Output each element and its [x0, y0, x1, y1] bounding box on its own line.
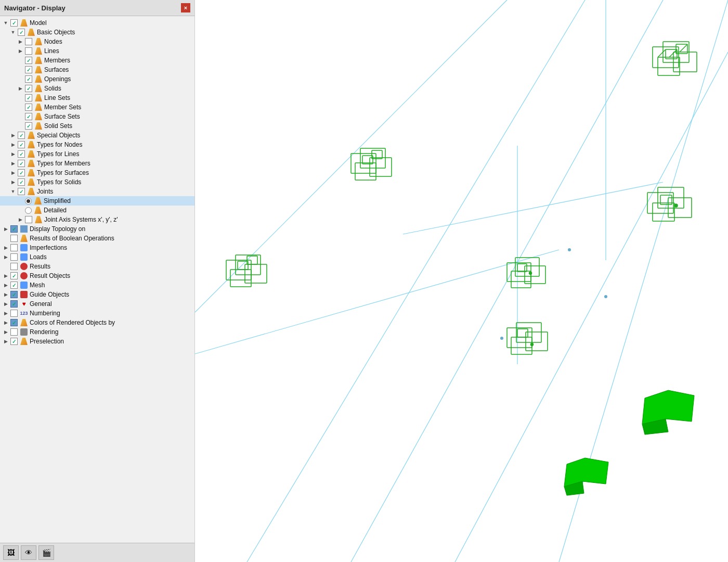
checkbox-rendering[interactable]: [10, 328, 18, 336]
tree-item-preselection[interactable]: Preselection: [0, 337, 194, 346]
tree-item-loads[interactable]: Loads: [0, 252, 194, 262]
checkbox-types-lines[interactable]: [18, 150, 25, 158]
chevron-rendering[interactable]: [2, 328, 9, 336]
tree-item-types-lines[interactable]: Types for Lines: [0, 149, 194, 159]
checkbox-general[interactable]: [10, 300, 18, 308]
tree-item-joints[interactable]: Joints: [0, 187, 194, 196]
tree-item-imperfections[interactable]: Imperfections: [0, 243, 194, 252]
radio-simplified[interactable]: [25, 198, 32, 205]
tree-item-lines[interactable]: Lines: [0, 46, 194, 56]
radio-detailed[interactable]: [25, 207, 32, 214]
tree-item-nodes[interactable]: Nodes: [0, 37, 194, 46]
tree-item-results[interactable]: Results: [0, 262, 194, 271]
checkbox-display-topology[interactable]: [10, 225, 18, 233]
tree-item-member-sets[interactable]: Member Sets: [0, 103, 194, 112]
footer-camera-button[interactable]: 🎬: [38, 545, 54, 560]
chevron-joints[interactable]: [9, 188, 17, 195]
chevron-model[interactable]: [2, 19, 9, 27]
checkbox-model[interactable]: [10, 19, 18, 27]
chevron-nodes[interactable]: [17, 38, 24, 45]
tree-item-rendering[interactable]: Rendering: [0, 327, 194, 337]
tree-item-types-nodes[interactable]: Types for Nodes: [0, 140, 194, 149]
checkbox-results-boolean[interactable]: [10, 235, 18, 242]
checkbox-surfaces[interactable]: [25, 66, 32, 73]
checkbox-special-objects[interactable]: [18, 132, 25, 139]
tree-item-colors-rendered[interactable]: Colors of Rendered Objects by: [0, 318, 194, 327]
checkbox-result-objects[interactable]: [10, 272, 18, 279]
tree-item-special-objects[interactable]: Special Objects: [0, 131, 194, 140]
tree-item-simplified[interactable]: Simplified: [0, 196, 194, 206]
chevron-loads[interactable]: [2, 253, 9, 261]
tree-item-result-objects[interactable]: Result Objects: [0, 271, 194, 280]
chevron-types-surfaces[interactable]: [9, 169, 17, 176]
tree-item-general[interactable]: ♥General: [0, 299, 194, 309]
checkbox-member-sets[interactable]: [25, 104, 32, 111]
icon-types-members: [27, 159, 35, 168]
tree-item-joint-axis[interactable]: Joint Axis Systems x', y', z': [0, 215, 194, 224]
tree-item-members[interactable]: Members: [0, 56, 194, 65]
chevron-joint-axis[interactable]: [17, 216, 24, 223]
tree-item-surface-sets[interactable]: Surface Sets: [0, 112, 194, 121]
tree-item-types-surfaces[interactable]: Types for Surfaces: [0, 168, 194, 177]
chevron-result-objects[interactable]: [2, 272, 9, 279]
chevron-imperfections[interactable]: [2, 244, 9, 251]
tree-item-guide-objects[interactable]: Guide Objects: [0, 290, 194, 299]
tree-item-display-topology[interactable]: Display Topology on: [0, 224, 194, 234]
checkbox-preselection[interactable]: [10, 338, 18, 345]
checkbox-numbering[interactable]: [10, 310, 18, 317]
footer-display-button[interactable]: 🖼: [3, 545, 19, 560]
checkbox-line-sets[interactable]: [25, 94, 32, 101]
checkbox-colors-rendered[interactable]: [10, 319, 18, 326]
checkbox-imperfections[interactable]: [10, 244, 18, 251]
tree-item-numbering[interactable]: 123Numbering: [0, 309, 194, 318]
checkbox-basic-objects[interactable]: [18, 29, 25, 36]
chevron-types-solids[interactable]: [9, 178, 17, 186]
checkbox-joints[interactable]: [18, 188, 25, 195]
checkbox-solid-sets[interactable]: [25, 122, 32, 130]
tree-item-types-solids[interactable]: Types for Solids: [0, 177, 194, 187]
nav-close-button[interactable]: ×: [181, 3, 190, 12]
tree-item-surfaces[interactable]: Surfaces: [0, 65, 194, 74]
chevron-preselection[interactable]: [2, 338, 9, 345]
tree-item-solid-sets[interactable]: Solid Sets: [0, 121, 194, 131]
checkbox-joint-axis[interactable]: [25, 216, 32, 223]
chevron-special-objects[interactable]: [9, 132, 17, 139]
checkbox-results[interactable]: [10, 263, 18, 270]
tree-item-line-sets[interactable]: Line Sets: [0, 93, 194, 103]
chevron-numbering[interactable]: [2, 310, 9, 317]
checkbox-openings[interactable]: [25, 75, 32, 83]
chevron-display-topology[interactable]: [2, 225, 9, 233]
chevron-types-lines[interactable]: [9, 150, 17, 158]
chevron-types-members[interactable]: [9, 160, 17, 167]
tree-item-basic-objects[interactable]: Basic Objects: [0, 28, 194, 37]
tree-item-solids[interactable]: Solids: [0, 84, 194, 93]
checkbox-nodes[interactable]: [25, 38, 32, 45]
tree-item-openings[interactable]: Openings: [0, 74, 194, 84]
checkbox-surface-sets[interactable]: [25, 113, 32, 120]
tree-item-detailed[interactable]: Detailed: [0, 206, 194, 215]
checkbox-types-solids[interactable]: [18, 178, 25, 186]
tree-item-results-boolean[interactable]: Results of Boolean Operations: [0, 234, 194, 243]
checkbox-mesh[interactable]: [10, 282, 18, 289]
checkbox-solids[interactable]: [25, 85, 32, 92]
chevron-guide-objects[interactable]: [2, 291, 9, 298]
checkbox-types-members[interactable]: [18, 160, 25, 167]
chevron-types-nodes[interactable]: [9, 141, 17, 148]
chevron-colors-rendered[interactable]: [2, 319, 9, 326]
tree-item-types-members[interactable]: Types for Members: [0, 159, 194, 168]
checkbox-members[interactable]: [25, 57, 32, 64]
chevron-mesh[interactable]: [2, 282, 9, 289]
tree-item-model[interactable]: Model: [0, 18, 194, 28]
chevron-lines[interactable]: [17, 47, 24, 55]
tree-item-mesh[interactable]: Mesh: [0, 280, 194, 290]
checkbox-types-surfaces[interactable]: [18, 169, 25, 176]
chevron-solids[interactable]: [17, 85, 24, 92]
viewport[interactable]: [195, 0, 728, 562]
footer-eye-button[interactable]: 👁: [21, 545, 36, 560]
chevron-general[interactable]: [2, 300, 9, 308]
chevron-basic-objects[interactable]: [9, 29, 17, 36]
checkbox-loads[interactable]: [10, 253, 18, 261]
checkbox-guide-objects[interactable]: [10, 291, 18, 298]
checkbox-types-nodes[interactable]: [18, 141, 25, 148]
checkbox-lines[interactable]: [25, 47, 32, 55]
